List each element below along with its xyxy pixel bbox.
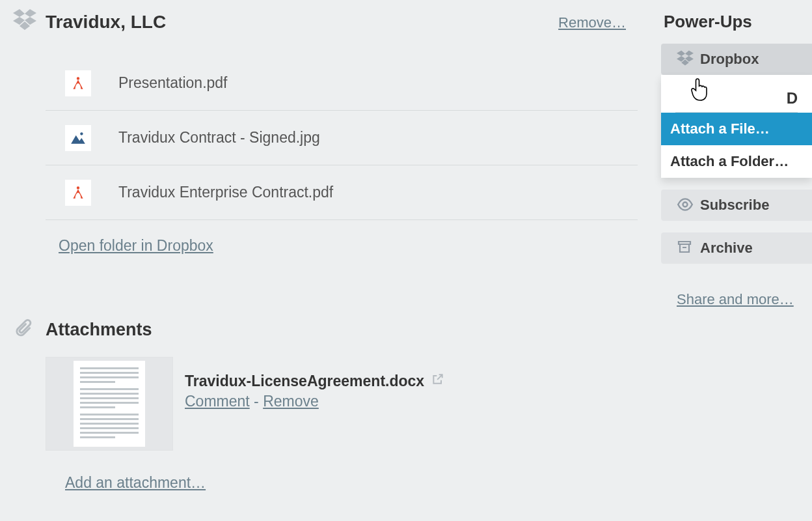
archive-icon (677, 239, 692, 259)
attachment-comment-link[interactable]: Comment (185, 393, 250, 410)
archive-button[interactable]: Archive (661, 232, 812, 264)
share-and-more-link[interactable]: Share and more… (677, 291, 794, 308)
attach-folder-menu-item[interactable]: Attach a Folder… (661, 145, 812, 178)
popout-header: D (675, 89, 798, 113)
dropbox-folder-title: Travidux, LLC (46, 12, 166, 32)
attachment-name[interactable]: Travidux-LicenseAgreement.docx (185, 373, 424, 389)
file-name: Travidux Contract - Signed.jpg (118, 129, 320, 147)
subscribe-button[interactable]: Subscribe (661, 190, 812, 221)
add-attachment-link[interactable]: Add an attachment… (65, 474, 206, 492)
dropbox-icon (13, 9, 36, 33)
pdf-icon (65, 180, 91, 206)
dropbox-popout-menu: D Attach a File… Attach a Folder… (661, 75, 812, 178)
eye-icon (677, 196, 694, 217)
subscribe-label: Subscribe (700, 197, 769, 214)
open-folder-link[interactable]: Open folder in Dropbox (59, 237, 213, 255)
attachment-remove-link[interactable]: Remove (263, 393, 319, 410)
pdf-icon (65, 70, 91, 96)
file-row[interactable]: Presentation.pdf (46, 56, 638, 111)
dropbox-file-list: Presentation.pdf Travidux Contract - Sig… (46, 56, 638, 220)
attach-file-menu-item[interactable]: Attach a File… (661, 113, 812, 145)
file-row[interactable]: Travidux Enterprise Contract.pdf (46, 165, 638, 220)
attachments-title: Attachments (46, 320, 152, 339)
archive-label: Archive (700, 240, 753, 257)
file-name: Travidux Enterprise Contract.pdf (118, 184, 333, 201)
attachment-thumbnail[interactable] (46, 357, 173, 451)
dropbox-button-label: Dropbox (700, 51, 759, 68)
document-preview-icon (74, 361, 145, 447)
powerups-heading: Power-Ups (664, 12, 812, 32)
dropbox-icon (677, 50, 694, 70)
dropbox-powerup-button[interactable]: Dropbox (661, 44, 812, 75)
paperclip-icon (14, 318, 34, 342)
svg-point-1 (80, 132, 83, 135)
file-name: Presentation.pdf (118, 74, 228, 92)
external-link-icon[interactable] (431, 373, 444, 388)
svg-point-2 (683, 203, 688, 207)
attachment-item: Travidux-LicenseAgreement.docx Comment -… (46, 357, 644, 451)
separator: - (254, 393, 263, 410)
file-row[interactable]: Travidux Contract - Signed.jpg (46, 111, 638, 165)
image-icon (65, 125, 91, 151)
remove-folder-link[interactable]: Remove… (558, 14, 626, 31)
svg-marker-0 (71, 135, 85, 143)
